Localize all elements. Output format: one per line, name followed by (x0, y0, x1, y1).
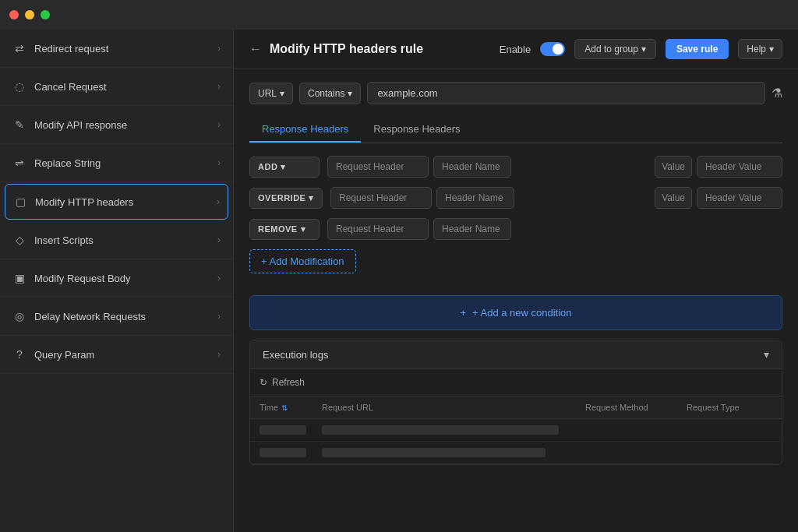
add-header-type-select[interactable]: Request Header (327, 156, 429, 178)
chevron-right-icon: › (217, 349, 221, 360)
execution-logs-title: Execution logs (263, 349, 329, 361)
minimize-button[interactable] (25, 10, 34, 19)
collapse-button[interactable]: ▾ (764, 348, 769, 361)
chevron-right-icon: › (217, 119, 221, 130)
request-header-label: Request Header (336, 161, 404, 172)
request-header-label: Request Header (339, 192, 407, 203)
add-to-group-button[interactable]: Add to group ▾ (574, 39, 656, 59)
add-header-name-input[interactable]: Header Name (433, 156, 511, 178)
log-time-placeholder (260, 448, 306, 457)
headers-icon: ▢ (13, 196, 27, 208)
save-rule-button[interactable]: Save rule (666, 39, 729, 59)
enable-label: Enable (500, 44, 531, 55)
body-icon: ▣ (12, 272, 26, 284)
sidebar-item-redirect-request[interactable]: ⇄ Redirect request › (0, 30, 233, 68)
sidebar-label-delay-network-requests: Delay Network Requests (34, 311, 146, 322)
script-icon: ◇ (12, 234, 26, 246)
url-input[interactable] (367, 82, 765, 104)
replace-icon: ⇌ (12, 157, 26, 169)
close-button[interactable] (9, 10, 19, 19)
enable-toggle[interactable] (540, 42, 565, 56)
tabs: Response Headers Response Headers (249, 117, 782, 143)
sidebar-label-modify-http-headers: Modify HTTP headers (35, 196, 133, 208)
chevron-right-icon: › (217, 157, 221, 168)
logs-table-header: Time ⇅ Request URL Request Method Reques… (250, 396, 782, 419)
sidebar-item-cancel-request[interactable]: ◌ Cancel Request › (0, 68, 233, 106)
add-condition-bar[interactable]: + + Add a new condition (249, 295, 782, 330)
add-condition-label: + Add a new condition (472, 307, 572, 319)
sort-icon[interactable]: ⇅ (281, 403, 288, 412)
url-bar: URL ▾ Contains ▾ ⚗ (249, 82, 782, 104)
url-match-dropdown[interactable]: Contains ▾ (299, 83, 361, 104)
chevron-right-icon: › (217, 43, 221, 54)
remove-header-type-select[interactable]: Request Header (327, 218, 429, 240)
sidebar-item-query-param[interactable]: ? Query Param › (0, 336, 233, 374)
log-time-placeholder (260, 425, 306, 435)
topbar: ← Modify HTTP headers rule Enable Add to… (234, 30, 798, 69)
topbar-left: ← Modify HTTP headers rule (249, 42, 423, 56)
col-method: Request Method (585, 403, 687, 412)
sidebar-label-replace-string: Replace String (34, 157, 101, 169)
remove-type-dropdown[interactable]: REMOVE ▾ (249, 219, 320, 240)
tab-response-headers-1[interactable]: Response Headers (249, 117, 361, 143)
override-header-name-input[interactable]: Header Name (436, 187, 514, 209)
chevron-right-icon: › (217, 81, 221, 92)
sidebar-item-delay-network-requests[interactable]: ◎ Delay Network Requests › (0, 298, 233, 336)
sidebar-item-replace-string[interactable]: ⇌ Replace String › (0, 144, 233, 182)
chevron-down-icon: ▾ (281, 162, 286, 172)
request-header-label: Request Header (336, 224, 404, 234)
back-button[interactable]: ← (249, 42, 262, 56)
chevron-down-icon: ▾ (309, 193, 314, 203)
log-row-2 (250, 442, 782, 464)
sidebar-label-modify-api-response: Modify API response (34, 119, 127, 131)
sidebar-label-insert-scripts: Insert Scripts (34, 234, 94, 246)
modification-row-remove: REMOVE ▾ Request Header Header Name (249, 218, 782, 240)
page-title: Modify HTTP headers rule (270, 42, 423, 56)
execution-logs: Execution logs ▾ ↻ Refresh Time ⇅ Reque (249, 340, 782, 465)
sidebar-item-insert-scripts[interactable]: ◇ Insert Scripts › (0, 221, 233, 259)
refresh-button[interactable]: ↻ Refresh (250, 372, 314, 393)
col-time: Time ⇅ (260, 403, 322, 412)
test-icon[interactable]: ⚗ (772, 86, 782, 100)
remove-header-name-input[interactable]: Header Name (433, 218, 511, 240)
cancel-icon: ◌ (12, 80, 26, 93)
log-url-placeholder (322, 448, 546, 457)
sidebar-label-cancel-request: Cancel Request (34, 81, 107, 93)
add-type-dropdown[interactable]: ADD ▾ (249, 157, 320, 178)
maximize-button[interactable] (41, 10, 50, 19)
chevron-right-icon: › (217, 311, 221, 322)
tab-response-headers-2[interactable]: Response Headers (361, 117, 472, 143)
chevron-down-icon: ▾ (301, 224, 306, 234)
override-header-type-select[interactable]: Request Header (330, 187, 432, 209)
sidebar-label-modify-request-body: Modify Request Body (34, 273, 131, 284)
edit-icon: ✎ (12, 118, 26, 131)
chevron-down-icon: ▾ (280, 88, 284, 99)
sidebar-item-modify-request-body[interactable]: ▣ Modify Request Body › (0, 259, 233, 298)
sidebar-item-modify-http-headers[interactable]: ▢ Modify HTTP headers › (5, 184, 228, 220)
sidebar-label-redirect-request: Redirect request (34, 43, 108, 55)
query-icon: ? (12, 348, 26, 361)
url-type-dropdown[interactable]: URL ▾ (249, 83, 293, 104)
chevron-right-icon: › (217, 234, 221, 245)
delay-icon: ◎ (12, 310, 26, 322)
execution-logs-header: Execution logs ▾ (250, 340, 782, 369)
override-header-value-input[interactable]: Header Value (697, 187, 782, 209)
add-header-value-input[interactable]: Header Value (697, 156, 782, 178)
log-row-1 (250, 419, 782, 442)
help-button[interactable]: Help ▾ (738, 39, 782, 59)
sidebar: ⇄ Redirect request › ◌ Cancel Request › … (0, 30, 234, 532)
modifications-section: ADD ▾ Request Header Header Name Value H… (249, 143, 782, 286)
log-url-placeholder (322, 425, 559, 435)
override-type-dropdown[interactable]: OVERRIDE ▾ (249, 188, 323, 209)
add-modification-button[interactable]: + Add Modification (249, 249, 356, 273)
add-value-label: Value (655, 156, 692, 178)
titlebar (0, 0, 798, 30)
chevron-down-icon: ▾ (348, 88, 352, 99)
modification-row-override: OVERRIDE ▾ Request Header Header Name Va… (249, 187, 782, 209)
content-area: ← Modify HTTP headers rule Enable Add to… (234, 30, 798, 532)
col-type: Request Type (687, 403, 772, 412)
sidebar-item-modify-api-response[interactable]: ✎ Modify API response › (0, 106, 233, 144)
sidebar-label-query-param: Query Param (34, 349, 94, 361)
override-value-label: Value (655, 187, 692, 209)
modification-row-add: ADD ▾ Request Header Header Name Value H… (249, 156, 782, 178)
